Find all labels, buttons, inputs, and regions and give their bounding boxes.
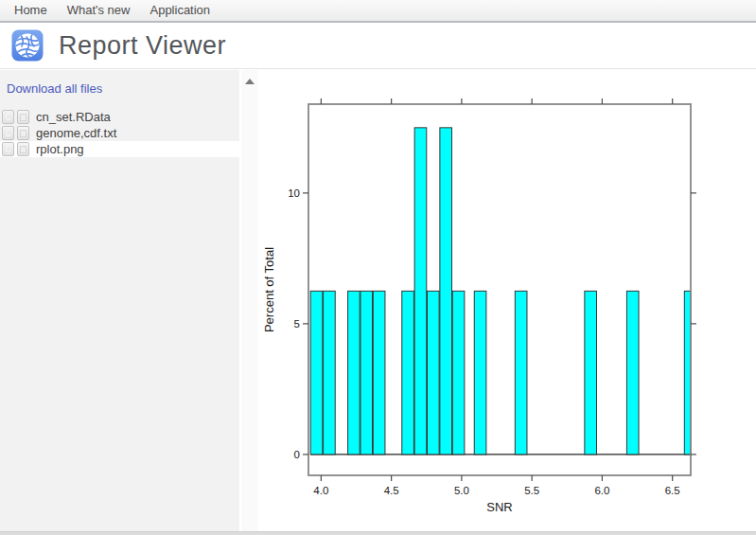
scroll-up-arrow-icon[interactable] bbox=[245, 79, 255, 84]
document-icon bbox=[20, 146, 26, 153]
page-title: Report Viewer bbox=[59, 31, 226, 61]
menu-item-application[interactable]: Application bbox=[149, 0, 210, 21]
bottom-strip bbox=[0, 531, 756, 535]
download-all-files-link[interactable]: Download all files bbox=[7, 81, 102, 96]
svg-text:5.5: 5.5 bbox=[524, 485, 539, 496]
copy-file-button[interactable]: C bbox=[2, 142, 14, 156]
menu-item-home[interactable]: Home bbox=[14, 0, 47, 21]
file-name: genome,cdf.txt bbox=[36, 126, 116, 140]
file-name: cn_set.RData bbox=[36, 110, 111, 124]
file-sidebar: Download all files C cn_set.RData C geno… bbox=[0, 70, 239, 531]
report-preview-pane: 4.04.55.05.56.06.50510SNRPercent of Tota… bbox=[258, 70, 756, 531]
histogram-bars bbox=[310, 128, 691, 455]
document-icon bbox=[20, 130, 26, 137]
file-row-genome-cdf[interactable]: C genome,cdf.txt bbox=[0, 125, 239, 141]
document-file-button[interactable] bbox=[17, 110, 29, 124]
brain-logo-icon bbox=[11, 29, 44, 62]
document-file-button[interactable] bbox=[17, 142, 29, 156]
file-name: rplot.png bbox=[36, 142, 84, 156]
file-row-cn-set[interactable]: C cn_set.RData bbox=[0, 109, 239, 125]
menu-item-whats-new[interactable]: What's new bbox=[67, 0, 131, 21]
svg-text:5: 5 bbox=[294, 318, 300, 330]
top-menu-bar: Home What's new Application bbox=[0, 0, 756, 23]
document-icon bbox=[20, 114, 26, 121]
copy-file-button[interactable]: C bbox=[2, 110, 14, 124]
app-header: Report Viewer bbox=[0, 23, 756, 69]
sidebar-scrollbar[interactable] bbox=[239, 70, 258, 531]
content-area: Download all files C cn_set.RData C geno… bbox=[0, 70, 756, 531]
svg-text:10: 10 bbox=[288, 187, 300, 199]
svg-text:4.0: 4.0 bbox=[313, 485, 328, 496]
svg-text:6.0: 6.0 bbox=[594, 485, 609, 496]
x-axis-label: SNR bbox=[486, 500, 512, 514]
document-file-button[interactable] bbox=[17, 126, 29, 140]
snr-histogram-chart: 4.04.55.05.56.06.50510SNRPercent of Tota… bbox=[258, 70, 756, 531]
svg-text:5.0: 5.0 bbox=[454, 485, 469, 496]
y-axis-label: Percent of Total bbox=[262, 247, 276, 332]
file-row-rplot[interactable]: C rplot.png bbox=[0, 141, 239, 157]
copy-file-button[interactable]: C bbox=[2, 126, 14, 140]
svg-text:0: 0 bbox=[294, 449, 300, 460]
svg-text:6.5: 6.5 bbox=[665, 485, 680, 496]
svg-text:4.5: 4.5 bbox=[384, 485, 399, 496]
